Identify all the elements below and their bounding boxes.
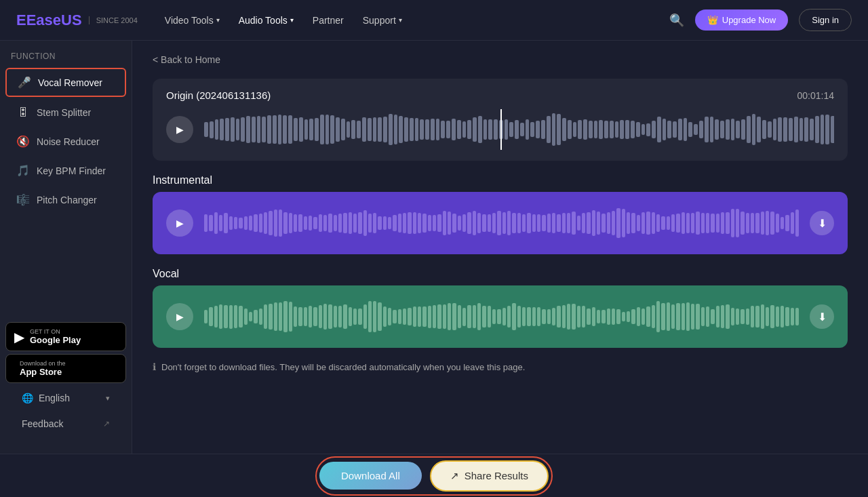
stem-icon: 🎛 [16, 106, 30, 119]
noise-icon: 🔇 [16, 135, 30, 148]
share-icon: ↗ [450, 470, 459, 482]
instrumental-waveform [204, 203, 799, 243]
google-play-badge[interactable]: ▶ GET IT ON Google Play [5, 322, 126, 351]
pitch-icon: 🎼 [16, 193, 30, 206]
info-icon: ℹ [153, 361, 156, 372]
search-icon[interactable]: 🔍 [669, 13, 684, 28]
sidebar-item-stem-splitter[interactable]: 🎛 Stem Splitter [5, 100, 126, 125]
instrumental-waveform-bars [204, 203, 799, 243]
origin-track-title: Origin (202406131136) [166, 90, 271, 101]
external-link-icon: ↗ [103, 419, 110, 429]
sidebar-item-noise-reducer[interactable]: 🔇 Noise Reducer [5, 128, 126, 155]
notice-bar: ℹ Don't forget to download files. They w… [153, 359, 848, 375]
share-results-button[interactable]: ↗ Share Results [430, 460, 549, 492]
nav-audio-tools[interactable]: Audio Tools ▾ [239, 15, 294, 26]
language-selector[interactable]: 🌐 English ▾ [11, 386, 121, 410]
instrumental-download-button[interactable]: ⬇ [810, 211, 834, 235]
nav-support[interactable]: Support ▾ [363, 15, 402, 26]
instrumental-play-button[interactable]: ▶ [166, 210, 193, 237]
instrumental-track-card: ▶ ⬇ [153, 192, 848, 254]
origin-waveform-bars [204, 109, 834, 150]
header-right: 🔍 👑 Upgrade Now Sign in [669, 9, 852, 31]
app-store-badge[interactable]: Download on the App Store [5, 354, 126, 383]
sidebar-item-pitch-changer[interactable]: 🎼 Pitch Changer [5, 186, 126, 213]
sidebar-item-key-bpm-finder[interactable]: 🎵 Key BPM Finder [5, 157, 126, 184]
feedback-item[interactable]: Feedback ↗ [11, 412, 121, 436]
origin-track-duration: 00:01:14 [797, 90, 835, 101]
bpm-icon: 🎵 [16, 164, 30, 177]
origin-play-button[interactable]: ▶ [166, 116, 193, 143]
content-area: < Back to Home Origin (202406131136) 00:… [132, 41, 868, 454]
nav-partner[interactable]: Partner [313, 15, 344, 26]
since-label: SINCE 2004 [89, 16, 138, 24]
vocal-play-button[interactable]: ▶ [166, 303, 193, 330]
upgrade-button[interactable]: 👑 Upgrade Now [695, 9, 789, 31]
instrumental-track-body: ▶ ⬇ [166, 203, 834, 243]
chevron-down-icon: ▾ [290, 16, 294, 24]
main-nav: Video Tools ▾ Audio Tools ▾ Partner Supp… [165, 15, 642, 26]
logo: EEaseUS [16, 12, 82, 29]
nav-video-tools[interactable]: Video Tools ▾ [165, 15, 220, 26]
origin-waveform [204, 109, 834, 150]
vocal-download-button[interactable]: ⬇ [810, 304, 834, 329]
back-to-home-link[interactable]: < Back to Home [153, 54, 848, 65]
bottom-bar: Download All ↗ Share Results [0, 454, 868, 497]
vocal-waveform-bars [204, 296, 799, 337]
chevron-down-icon: ▾ [216, 16, 220, 24]
playhead [500, 109, 502, 150]
globe-icon: 🌐 [22, 393, 33, 403]
vocal-section-label: Vocal [153, 268, 848, 280]
google-play-icon: ▶ [14, 329, 24, 345]
microphone-icon: 🎤 [18, 76, 31, 89]
download-all-button[interactable]: Download All [319, 462, 422, 490]
bottom-bar-wrapper: Download All ↗ Share Results [315, 456, 553, 496]
origin-track-body: ▶ [166, 109, 834, 150]
crown-icon: 👑 [707, 15, 718, 25]
sidebar: Function 🎤 Vocal Remover 🎛 Stem Splitter… [0, 41, 132, 454]
vocal-track-body: ▶ ⬇ [166, 296, 834, 337]
vocal-waveform [204, 296, 799, 337]
signin-button[interactable]: Sign in [799, 9, 852, 31]
sidebar-section-label: Function [0, 52, 132, 66]
vocal-track-card: ▶ ⬇ [153, 285, 848, 348]
origin-track-card: Origin (202406131136) 00:01:14 ▶ [153, 79, 848, 161]
sidebar-bottom: ▶ GET IT ON Google Play Download on the … [0, 314, 132, 443]
main-layout: Function 🎤 Vocal Remover 🎛 Stem Splitter… [0, 41, 868, 454]
sidebar-item-vocal-remover[interactable]: 🎤 Vocal Remover [5, 68, 126, 97]
logo-area: EEaseUS SINCE 2004 [16, 12, 138, 29]
chevron-down-icon: ▾ [106, 394, 110, 403]
track-header: Origin (202406131136) 00:01:14 [166, 90, 834, 101]
chevron-down-icon: ▾ [399, 16, 402, 24]
header: EEaseUS SINCE 2004 Video Tools ▾ Audio T… [0, 0, 868, 41]
instrumental-section-label: Instrumental [153, 174, 848, 186]
